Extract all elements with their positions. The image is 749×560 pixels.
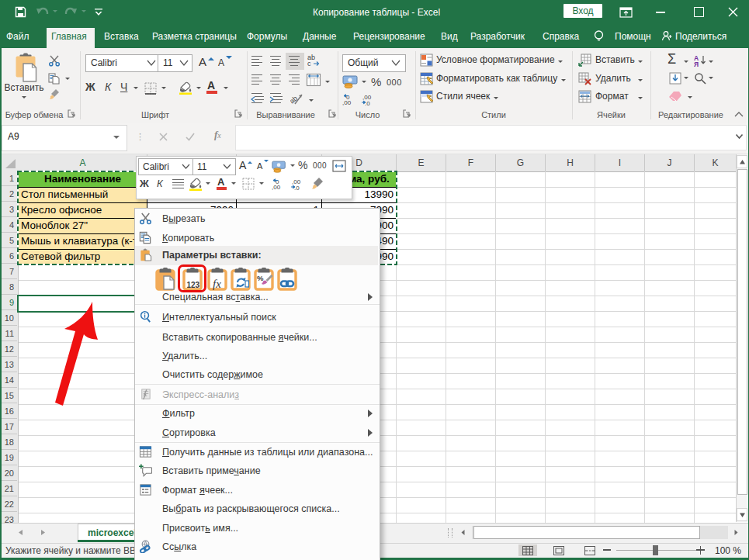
svg-text:,00: ,00 [272,184,281,190]
svg-text:%: % [257,274,264,282]
